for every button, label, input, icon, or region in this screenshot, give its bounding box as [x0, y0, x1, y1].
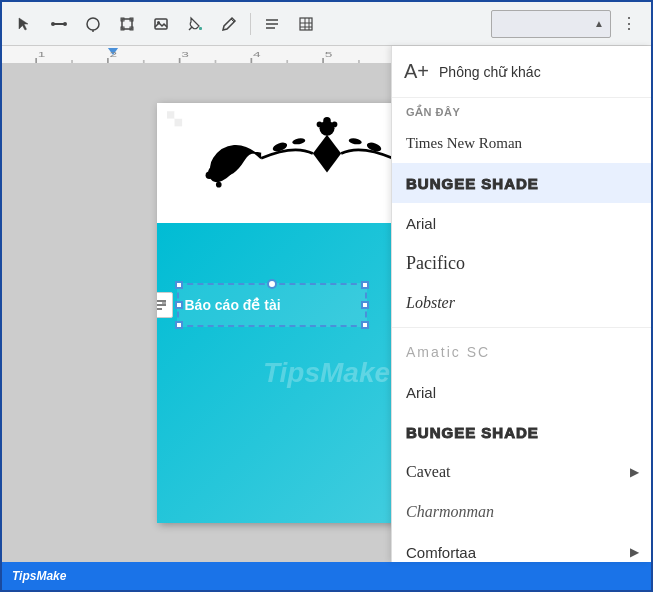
svg-point-56: [316, 122, 322, 128]
font-item-pacifico[interactable]: Pacifico: [392, 243, 651, 283]
font-name-caveat: Caveat: [406, 463, 450, 481]
svg-point-50: [205, 171, 213, 179]
font-item-arial-1[interactable]: Arial: [392, 203, 651, 243]
text-align-indicator[interactable]: [157, 292, 173, 318]
font-item-charmonman[interactable]: Charmonman: [392, 492, 651, 532]
svg-rect-45: [167, 111, 175, 119]
app-container: ▲ ⋮ 1 2 3 4: [0, 0, 653, 592]
font-name-times: Times New Roman: [406, 135, 522, 152]
font-item-times-new-roman[interactable]: Times New Roman: [392, 123, 651, 163]
text-align-tool[interactable]: [257, 9, 287, 39]
svg-rect-12: [199, 27, 202, 30]
svg-text:2: 2: [110, 50, 118, 59]
svg-rect-17: [300, 18, 312, 30]
status-bar-text: TipsMake: [12, 569, 66, 583]
font-panel: A+ Phông chữ khác GẦN ĐÂY Times New Roma…: [391, 46, 651, 562]
watermark: TipsMake: [263, 357, 390, 389]
font-name-bungee-2: BUNGEE SHADE: [406, 424, 539, 441]
handle-ml: [175, 301, 183, 309]
font-name-lobster: Lobster: [406, 294, 455, 312]
font-name-pacifico: Pacifico: [406, 253, 465, 274]
font-panel-title: Phông chữ khác: [439, 64, 541, 80]
font-item-comfortaa[interactable]: Comfortaa ▶: [392, 532, 651, 562]
font-name-bungee-1: BUNGEE SHADE: [406, 175, 539, 192]
selection-handles: [179, 285, 365, 325]
handle-mr: [361, 301, 369, 309]
pencil-tool[interactable]: [214, 9, 244, 39]
comfortaa-submenu-arrow: ▶: [630, 545, 639, 559]
svg-text:5: 5: [325, 50, 333, 59]
font-name-arial-2: Arial: [406, 384, 436, 401]
svg-point-1: [51, 22, 55, 26]
recent-fonts-label: GẦN ĐÂY: [392, 98, 651, 123]
font-item-arial-2[interactable]: Arial: [392, 372, 651, 412]
font-name-charmonman: Charmonman: [406, 503, 494, 521]
svg-rect-48: [174, 119, 182, 127]
font-dropdown-arrow-icon: ▲: [594, 18, 604, 29]
content-area: 1 2 3 4 5 6 7: [2, 46, 651, 562]
svg-text:4: 4: [253, 50, 261, 59]
svg-point-55: [323, 117, 331, 125]
font-item-bungee-shade-2[interactable]: BUNGEE SHADE: [392, 412, 651, 452]
handle-br: [361, 321, 369, 329]
more-options-button[interactable]: ⋮: [615, 10, 643, 38]
handle-tr: [361, 281, 369, 289]
svg-point-57: [331, 122, 337, 128]
svg-text:3: 3: [181, 50, 189, 59]
svg-point-3: [87, 18, 99, 30]
toolbar: ▲ ⋮: [2, 2, 651, 46]
font-name-comfortaa: Comfortaa: [406, 544, 476, 561]
svg-text:1: 1: [38, 50, 46, 59]
font-selector-box[interactable]: ▲: [491, 10, 611, 38]
toolbar-separator-1: [250, 13, 251, 35]
crop-tool[interactable]: [112, 9, 142, 39]
svg-point-51: [215, 182, 221, 188]
font-name-arial-1: Arial: [406, 215, 436, 232]
text-selection-box[interactable]: Báo cáo đề tài: [177, 283, 367, 327]
svg-rect-47: [167, 119, 175, 127]
fill-tool[interactable]: [180, 9, 210, 39]
table-tool[interactable]: [291, 9, 321, 39]
image-tool[interactable]: [146, 9, 176, 39]
svg-rect-46: [174, 111, 182, 119]
lasso-tool[interactable]: [78, 9, 108, 39]
font-panel-header: A+ Phông chữ khác: [392, 46, 651, 98]
font-item-caveat[interactable]: Caveat ▶: [392, 452, 651, 492]
font-item-amatic[interactable]: Amatic SC: [392, 332, 651, 372]
font-list[interactable]: GẦN ĐÂY Times New Roman BUNGEE SHADE Ari…: [392, 98, 651, 562]
handle-bl: [175, 321, 183, 329]
svg-point-2: [63, 22, 67, 26]
line-tool[interactable]: [44, 9, 74, 39]
status-bar: TipsMake: [2, 562, 651, 590]
font-section-divider: [392, 327, 651, 328]
font-name-amatic: Amatic SC: [406, 344, 490, 360]
caveat-submenu-arrow: ▶: [630, 465, 639, 479]
font-add-icon: A+: [404, 60, 429, 83]
font-item-lobster[interactable]: Lobster: [392, 283, 651, 323]
handle-tl: [175, 281, 183, 289]
cursor-tool[interactable]: [10, 9, 40, 39]
font-item-bungee-shade-1[interactable]: BUNGEE SHADE: [392, 163, 651, 203]
